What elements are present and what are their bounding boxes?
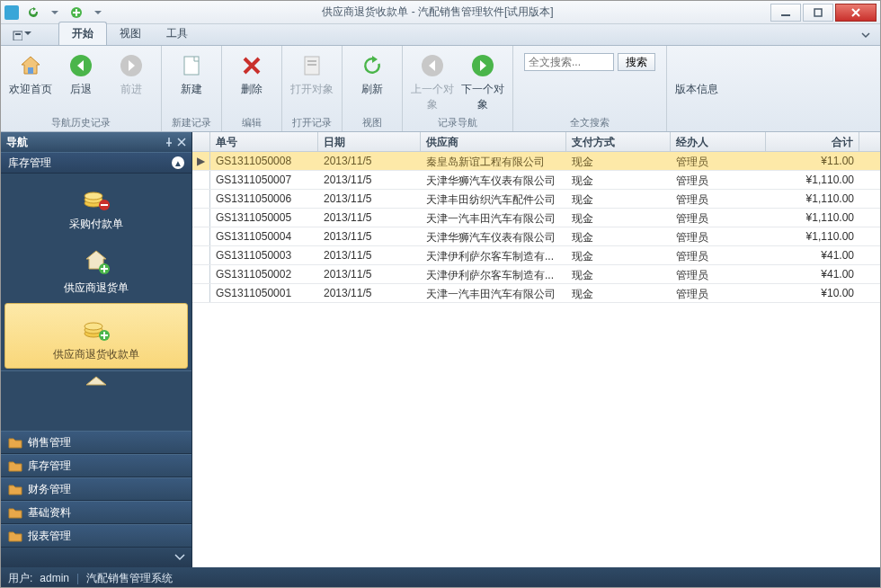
svg-rect-11 <box>307 64 316 66</box>
file-menu-button[interactable] <box>6 28 40 42</box>
cell-date: 2013/11/5 <box>318 246 421 264</box>
status-user: admin <box>40 572 69 584</box>
ribbon-group-open: 打开对象 打开记录 <box>282 46 343 131</box>
nav-cat-inventory[interactable]: 库存管理 <box>1 454 191 477</box>
delete-button[interactable]: 删除 <box>227 49 276 99</box>
forward-icon <box>117 51 146 80</box>
nav-more-icon[interactable] <box>174 553 186 562</box>
ribbon-group-edit: 删除 编辑 <box>222 46 282 131</box>
table-row[interactable]: GS13110500062013/11/5天津丰田纺织汽车配件公司现金管理员¥1… <box>192 190 880 209</box>
nav-item-partial[interactable] <box>1 370 191 388</box>
cell-pay: 现金 <box>566 209 671 227</box>
next-record-button[interactable]: 下一个对象 <box>458 49 507 114</box>
ribbon-group-history: 欢迎首页 后退 前进 导航历史记录 <box>1 46 162 131</box>
tab-start[interactable]: 开始 <box>58 22 107 45</box>
nav-footer <box>1 548 191 567</box>
cell-pay: 现金 <box>566 246 671 264</box>
cell-op: 管理员 <box>671 209 766 227</box>
close-button[interactable] <box>835 4 877 22</box>
collapse-icon[interactable]: ▲ <box>172 156 184 169</box>
col-op[interactable]: 经办人 <box>671 132 766 151</box>
table-row[interactable]: GS13110500022013/11/5天津伊利萨尔客车制造有...现金管理员… <box>192 265 880 284</box>
cell-total: ¥1,110.00 <box>766 227 859 245</box>
nav-item-supplier-return-receipt[interactable]: 供应商退货收款单 <box>4 303 188 369</box>
qat-add-button[interactable] <box>67 4 85 22</box>
row-indicator <box>192 190 210 208</box>
group-title-new: 新建记录 <box>167 114 216 129</box>
cell-id: GS1311050002 <box>210 265 318 283</box>
cell-date: 2013/11/5 <box>318 284 421 302</box>
prev-icon <box>418 51 447 80</box>
nav-pin-icon[interactable] <box>165 138 174 147</box>
status-user-label: 用户: <box>8 571 32 586</box>
group-title-edit: 编辑 <box>227 114 276 129</box>
col-date[interactable]: 日期 <box>318 132 421 151</box>
search-button[interactable]: 搜索 <box>618 53 655 71</box>
nav-section-header[interactable]: 库存管理 ▲ <box>1 152 191 174</box>
row-indicator <box>192 209 210 227</box>
nav-header: 导航 <box>1 132 191 152</box>
svg-rect-1 <box>781 14 790 16</box>
qat-dropdown-2[interactable] <box>89 4 107 22</box>
nav-item-supplier-return[interactable]: 供应商退货单 <box>1 237 191 301</box>
cell-id: GS1311050008 <box>210 152 318 170</box>
cell-total: ¥10.00 <box>766 284 859 302</box>
cell-total: ¥41.00 <box>766 265 859 283</box>
table-row[interactable]: GS13110500052013/11/5天津一汽丰田汽车有限公司现金管理员¥1… <box>192 209 880 227</box>
group-title-search: 全文搜索 <box>519 114 661 129</box>
title-bar: 供应商退货收款单 - 汽配销售管理软件[试用版本] <box>1 1 880 24</box>
nav-close-icon[interactable] <box>177 138 186 147</box>
status-sep: | <box>76 572 79 584</box>
cell-supplier: 天津伊利萨尔客车制造有... <box>421 246 566 264</box>
refresh-button[interactable]: 刷新 <box>348 49 396 99</box>
group-title-history: 导航历史记录 <box>6 114 156 129</box>
svg-point-22 <box>85 323 102 330</box>
cell-pay: 现金 <box>566 265 671 283</box>
version-button[interactable]: 版本信息 <box>672 49 721 99</box>
nav-item-purchase-payment[interactable]: 采购付款单 <box>1 174 191 237</box>
qat-dropdown-1[interactable] <box>46 4 64 22</box>
svg-rect-4 <box>15 33 21 35</box>
tab-view[interactable]: 视图 <box>107 22 154 45</box>
nav-cat-sales[interactable]: 销售管理 <box>1 431 191 454</box>
status-bar: 用户: admin | 汽配销售管理系统 <box>1 567 880 588</box>
ribbon-collapse-button[interactable] <box>857 28 875 42</box>
col-id[interactable]: 单号 <box>210 132 318 151</box>
cell-supplier: 天津一汽丰田汽车有限公司 <box>421 284 566 302</box>
table-row[interactable]: ▶GS13110500082013/11/5秦皇岛新谊工程有限公司现金管理员¥1… <box>192 152 880 171</box>
back-button[interactable]: 后退 <box>57 49 105 99</box>
group-title-view: 视图 <box>348 114 396 129</box>
cell-pay: 现金 <box>566 227 671 245</box>
new-button[interactable]: 新建 <box>167 49 216 99</box>
svg-rect-5 <box>28 67 33 74</box>
cell-supplier: 天津伊利萨尔客车制造有... <box>421 265 566 283</box>
tab-tools[interactable]: 工具 <box>154 22 200 45</box>
cell-supplier: 天津华狮汽车仪表有限公司 <box>421 227 566 245</box>
svg-rect-18 <box>101 204 108 206</box>
minimize-button[interactable] <box>770 4 801 22</box>
home-button[interactable]: 欢迎首页 <box>6 49 55 99</box>
table-row[interactable]: GS13110500012013/11/5天津一汽丰田汽车有限公司现金管理员¥1… <box>192 284 880 303</box>
qat-refresh-button[interactable] <box>24 4 42 22</box>
col-supplier[interactable]: 供应商 <box>421 132 566 151</box>
col-total[interactable]: 合计 <box>766 132 859 151</box>
table-row[interactable]: GS13110500042013/11/5天津华狮汽车仪表有限公司现金管理员¥1… <box>192 227 880 246</box>
nav-cat-reports[interactable]: 报表管理 <box>1 524 191 548</box>
cell-pay: 现金 <box>566 284 671 302</box>
nav-cat-basic[interactable]: 基础资料 <box>1 501 191 524</box>
cell-op: 管理员 <box>671 152 766 170</box>
forward-button: 前进 <box>107 49 156 99</box>
col-pay[interactable]: 支付方式 <box>566 132 671 151</box>
search-input[interactable] <box>524 53 614 71</box>
cell-pay: 现金 <box>566 190 671 208</box>
cell-pay: 现金 <box>566 171 671 189</box>
cell-id: GS1311050006 <box>210 190 318 208</box>
cell-op: 管理员 <box>671 284 766 302</box>
table-row[interactable]: GS13110500032013/11/5天津伊利萨尔客车制造有...现金管理员… <box>192 246 880 265</box>
cell-date: 2013/11/5 <box>318 227 421 245</box>
table-row[interactable]: GS13110500072013/11/5天津华狮汽车仪表有限公司现金管理员¥1… <box>192 171 880 190</box>
maximize-button[interactable] <box>803 4 833 22</box>
cell-op: 管理员 <box>671 265 766 283</box>
nav-cat-finance[interactable]: 财务管理 <box>1 477 191 501</box>
grid-body[interactable]: ▶GS13110500082013/11/5秦皇岛新谊工程有限公司现金管理员¥1… <box>192 152 880 567</box>
